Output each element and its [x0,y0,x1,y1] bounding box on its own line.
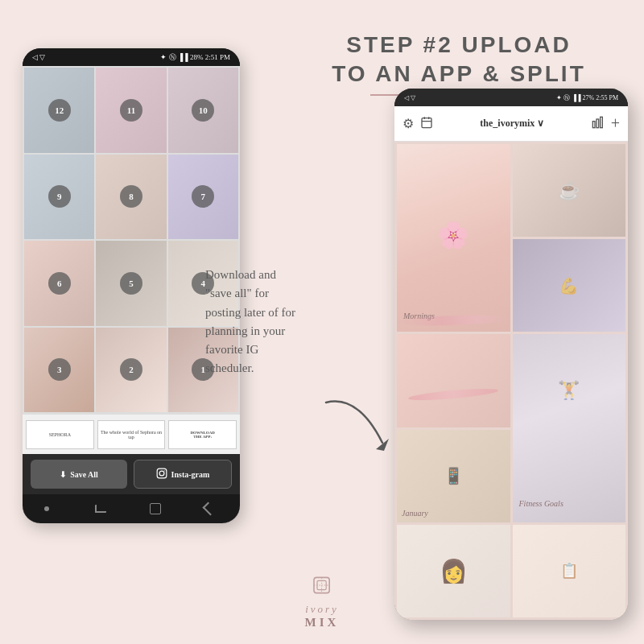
phone1-status-right: ✦ Ⓝ ▐▐ 28% 2:51 PM [160,52,230,63]
instagram-label: Insta-gram [171,470,210,479]
instagram-button[interactable]: Insta-gram [134,460,232,489]
nav-home-icon [95,505,106,513]
save-icon: ⬇ [60,470,66,479]
nav-dot [44,506,49,511]
grid-cell-9: 9 [24,155,94,240]
ig-cell-fitness-top: 💪 [513,239,626,332]
svg-point-1 [159,471,164,476]
cell-badge-3: 3 [48,358,71,381]
grid-cell-11: 11 [96,68,166,153]
cell-badge-8: 8 [120,185,142,208]
ad-sephora-world: The whole world of Sephora on tap [97,420,166,449]
logo-icon [305,572,340,601]
phone1-status-left: ◁ ▽ [32,53,45,61]
svg-rect-4 [422,118,431,127]
svg-rect-9 [597,119,599,128]
nav-square-icon [150,503,161,514]
ig-cell-tea: ☕ [513,144,626,237]
cell-badge-10: 10 [192,99,214,122]
cell-badge-1: 1 [192,358,214,381]
ad-sephora: SEPHORA [26,420,94,449]
phone2-status-right: ✦ Ⓝ ▐▐ 27% 2:55 PM [556,93,618,102]
instagram-icon [156,468,167,481]
text-line1: Download and [205,268,276,281]
phone2-toolbar: ⚙ the_ivorymix ∨ + [394,106,628,142]
cell-badge-4: 4 [192,272,214,295]
phone2-instagram-grid: 🌸 Mornings ☕ 💪 🏋️ [394,142,628,620]
logo-mix: MIX [305,616,340,629]
phone1-action-buttons: ⬇ Save All Insta-gram [23,454,240,494]
text-line2: "save all" for [205,287,269,299]
phone1-image-grid: 12 11 10 9 8 7 6 5 4 3 2 1 [23,66,240,414]
text-line3: posting later of for [205,306,295,319]
cell-badge-2: 2 [120,358,142,381]
heading-area: STEP #2 UPLOAD TO AN APP & SPLIT [290,31,628,96]
grid-cell-6: 6 [24,241,94,326]
heading-line2: TO AN APP & SPLIT [290,60,628,89]
grid-cell-2: 2 [96,328,166,413]
logo-ivory: ivory [305,603,339,615]
chart-icon[interactable] [592,116,605,132]
heading-line1: STEP #2 UPLOAD [290,31,628,60]
gear-icon[interactable]: ⚙ [402,116,414,131]
arrow-graphic [318,394,398,459]
phone1-status-bar: ◁ ▽ ✦ Ⓝ ▐▐ 28% 2:51 PM [23,48,240,66]
grid-cell-10: 10 [168,68,238,153]
cell-badge-7: 7 [192,185,214,208]
ig-cell-girl: 👩 [397,525,510,617]
january-label: January [402,509,428,518]
text-line4: planning in your [205,324,285,337]
grid-cell-7: 7 [168,155,238,240]
ig-cell-mornings: 🌸 Mornings [397,144,510,332]
cell-badge-9: 9 [48,185,71,208]
svg-rect-0 [157,469,167,478]
nav-back-icon [203,502,217,516]
description-text: Download and "save all" for posting late… [205,266,382,378]
phone1: ◁ ▽ ✦ Ⓝ ▐▐ 28% 2:51 PM 12 11 10 9 8 7 6 … [23,48,240,523]
username-label[interactable]: the_ivorymix ∨ [440,118,585,130]
fitness-goals-label: Fitness Goals [519,499,564,508]
grid-cell-3: 3 [24,328,94,413]
ig-mosaic-grid: 🌸 Mornings ☕ 💪 🏋️ [394,142,628,620]
ig-cell-january: 📱 January [397,430,510,522]
phone1-nav-bar [23,494,240,523]
grid-cell-5: 5 [96,241,166,326]
svg-rect-10 [600,117,602,127]
ig-cell-brush [397,334,510,427]
svg-rect-8 [592,121,595,127]
save-all-label: Save All [70,470,98,479]
add-icon[interactable]: + [611,114,620,133]
logo-text: ivory MIX [305,603,340,630]
phone2-status-bar: ◁ ▽ ✦ Ⓝ ▐▐ 27% 2:55 PM [394,89,628,106]
save-all-button[interactable]: ⬇ Save All [31,460,127,489]
phone2-status-left: ◁ ▽ [404,94,415,101]
calendar-icon[interactable] [420,116,433,132]
phone2-screen: ⚙ the_ivorymix ∨ + [394,106,628,620]
grid-cell-8: 8 [96,155,166,240]
cell-badge-6: 6 [48,272,71,295]
svg-point-2 [163,470,164,471]
ig-cell-planner: 📋 [513,525,626,617]
logo-area: ivory MIX [305,572,340,630]
cell-badge-5: 5 [120,272,142,295]
phone2: ◁ ▽ ✦ Ⓝ ▐▐ 27% 2:55 PM ⚙ the_ivorymix ∨ [394,89,628,620]
ad-download: DOWNLOADTHE APP› [168,420,237,449]
cell-badge-11: 11 [120,99,142,122]
grid-cell-12: 12 [24,68,94,153]
phone1-ads-bar: SEPHORA The whole world of Sephora on ta… [23,414,240,454]
ig-cell-fitness-goals: 🏋️ Fitness Goals [513,334,626,522]
text-line5: favorite IG [205,343,258,356]
cell-badge-12: 12 [48,99,71,122]
